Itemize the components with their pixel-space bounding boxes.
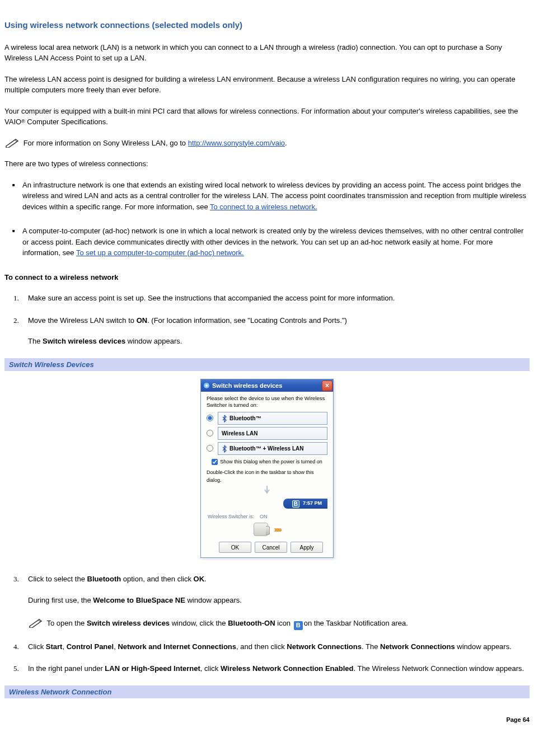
connect-wireless-link[interactable]: To connect to a wireless network. <box>210 203 317 211</box>
option-wlan[interactable]: Wireless LAN <box>218 427 327 440</box>
arrow-strip-icon: ››››››› <box>274 524 280 536</box>
section-heading: To connect to a wireless network <box>4 272 530 283</box>
dialog-title: Switch wireless devices <box>212 381 282 391</box>
switch-illustration: ››››››› <box>207 523 327 536</box>
arrow-down-icon <box>207 485 327 497</box>
figure-caption: Wireless Network Connection <box>4 685 530 699</box>
helper-text: Double-Click the icon in the taskbar to … <box>207 469 327 484</box>
list-item: A computer-to-computer (ad-hoc) network … <box>4 226 530 259</box>
close-button[interactable]: × <box>322 381 332 391</box>
dialog-titlebar: Switch wireless devices × <box>201 379 333 392</box>
ok-button[interactable]: OK <box>219 542 251 553</box>
adhoc-link[interactable]: To set up a computer-to-computer (ad-hoc… <box>76 248 244 257</box>
checkbox-label: Show this Dialog when the power is turne… <box>220 458 322 466</box>
switcher-status: Wireless Switcher is: ON <box>208 513 327 521</box>
switch-wireless-dialog: Switch wireless devices × Please select … <box>200 379 334 558</box>
page-title: Using wireless network connections (sele… <box>4 19 530 32</box>
page-number: Page 64 <box>4 715 530 725</box>
bluetooth-tray-icon[interactable]: B <box>292 500 299 508</box>
bluetooth-icon <box>222 415 227 421</box>
option-both[interactable]: Bluetooth™ + Wireless LAN <box>218 442 327 455</box>
cancel-button[interactable]: Cancel <box>255 542 287 553</box>
svg-point-1 <box>205 384 208 387</box>
physical-switch-icon <box>254 523 268 536</box>
radio-bluetooth[interactable] <box>207 415 213 421</box>
option-bluetooth[interactable]: Bluetooth™ <box>218 412 327 425</box>
app-icon <box>203 382 210 389</box>
step-item: Make sure an access point is set up. See… <box>4 293 530 304</box>
list-item: An infrastructure network is one that ex… <box>4 180 530 213</box>
sonystyle-link[interactable]: http://www.sonystyle.com/vaio <box>188 139 285 147</box>
dialog-instruction: Please select the device to use when the… <box>207 395 327 408</box>
radio-both[interactable] <box>207 445 213 452</box>
body-paragraph: There are two types of wireless connecti… <box>4 158 530 170</box>
step-item: Move the Wireless LAN switch to ON. (For… <box>4 315 530 347</box>
taskbar-tray: B 7:57 PM <box>207 499 327 509</box>
bluetooth-icon <box>222 445 227 452</box>
radio-wlan[interactable] <box>207 430 213 436</box>
pencil-note-icon <box>4 138 20 148</box>
tray-clock: 7:57 PM <box>303 500 322 508</box>
step-item: In the right panel under LAN or High-Spe… <box>4 663 530 674</box>
bluetooth-on-icon: B <box>294 621 303 630</box>
figure-caption: Switch Wireless Devices <box>4 358 530 372</box>
body-paragraph: Your computer is equipped with a built-i… <box>4 106 530 128</box>
step-item: Click Start, Control Panel, Network and … <box>4 641 530 652</box>
close-icon: × <box>325 382 329 389</box>
apply-button[interactable]: Apply <box>291 542 323 553</box>
note-row: For more information on Sony Wireless LA… <box>4 138 530 149</box>
step-item: Click to select the Bluetooth option, an… <box>4 574 530 630</box>
body-paragraph: A wireless local area network (LAN) is a… <box>4 42 530 64</box>
pencil-note-icon <box>28 618 44 628</box>
show-dialog-checkbox[interactable] <box>212 459 218 465</box>
body-paragraph: The wireless LAN access point is designe… <box>4 74 530 96</box>
